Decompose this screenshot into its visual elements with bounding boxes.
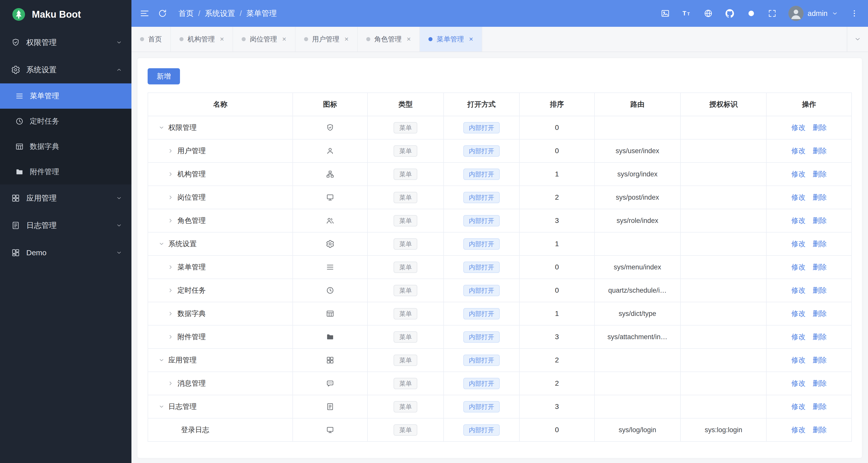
perm-value bbox=[680, 186, 766, 209]
sidebar-item[interactable]: 系统设置 bbox=[0, 56, 131, 84]
avatar bbox=[788, 6, 804, 21]
open-type-tag: 内部打开 bbox=[463, 145, 500, 157]
delete-link[interactable]: 删除 bbox=[813, 403, 827, 410]
user-menu[interactable]: admin bbox=[788, 6, 838, 21]
tab-status-dot bbox=[242, 37, 246, 41]
sidebar-item[interactable]: Demo bbox=[0, 239, 131, 266]
edit-link[interactable]: 修改 bbox=[792, 310, 806, 317]
route-value bbox=[594, 395, 680, 418]
fullscreen-icon[interactable] bbox=[768, 9, 777, 18]
open-type-tag: 内部打开 bbox=[463, 238, 500, 250]
collapse-sidebar-icon[interactable] bbox=[140, 8, 150, 19]
more-options-icon[interactable] bbox=[850, 9, 859, 18]
sidebar-item[interactable]: 权限管理 bbox=[0, 29, 131, 56]
tab-item[interactable]: 首页 bbox=[131, 27, 171, 52]
delete-link[interactable]: 删除 bbox=[813, 240, 827, 248]
edit-link[interactable]: 修改 bbox=[792, 124, 806, 131]
breadcrumb-item[interactable]: 首页 bbox=[179, 8, 194, 19]
delete-link[interactable]: 删除 bbox=[813, 263, 827, 271]
tab-close-icon[interactable]: × bbox=[407, 36, 411, 43]
row-expand-chevron-icon[interactable] bbox=[167, 217, 174, 224]
tab-actions-dropdown[interactable] bbox=[847, 27, 868, 52]
breadcrumb-item[interactable]: 菜单管理 bbox=[246, 8, 277, 19]
font-size-icon[interactable]: TT bbox=[682, 8, 692, 19]
column-header: 排序 bbox=[520, 93, 594, 116]
delete-link[interactable]: 删除 bbox=[813, 170, 827, 178]
sidebar-subitem[interactable]: 数据字典 bbox=[0, 134, 131, 159]
row-expand-chevron-icon[interactable] bbox=[167, 287, 174, 294]
delete-link[interactable]: 删除 bbox=[813, 124, 827, 131]
row-expand-chevron-icon[interactable] bbox=[167, 334, 174, 340]
delete-link[interactable]: 删除 bbox=[813, 379, 827, 387]
breadcrumb-item[interactable]: 系统设置 bbox=[205, 8, 235, 19]
delete-link[interactable]: 删除 bbox=[813, 217, 827, 224]
row-expand-chevron-icon[interactable] bbox=[167, 264, 174, 270]
edit-link[interactable]: 修改 bbox=[792, 286, 806, 294]
delete-link[interactable]: 删除 bbox=[813, 356, 827, 364]
edit-link[interactable]: 修改 bbox=[792, 193, 806, 201]
tab-item[interactable]: 菜单管理× bbox=[420, 27, 482, 52]
sort-value: 1 bbox=[520, 162, 594, 186]
tab-item[interactable]: 机构管理× bbox=[171, 27, 233, 52]
sidebar-subitem-label: 附件管理 bbox=[30, 167, 122, 177]
add-button[interactable]: 新增 bbox=[148, 68, 180, 84]
edit-link[interactable]: 修改 bbox=[792, 217, 806, 224]
github-icon[interactable] bbox=[725, 8, 735, 19]
menu-name: 消息管理 bbox=[178, 379, 206, 388]
watermark-image-icon[interactable] bbox=[660, 9, 670, 18]
row-collapse-chevron-icon[interactable] bbox=[158, 124, 165, 131]
tab-item[interactable]: 岗位管理× bbox=[233, 27, 295, 52]
row-expand-chevron-icon[interactable] bbox=[167, 194, 174, 201]
row-expand-chevron-icon[interactable] bbox=[167, 310, 174, 317]
edit-link[interactable]: 修改 bbox=[792, 356, 806, 364]
tab-close-icon[interactable]: × bbox=[220, 36, 224, 43]
sidebar-subitem[interactable]: 菜单管理 bbox=[0, 84, 131, 109]
edit-link[interactable]: 修改 bbox=[792, 426, 806, 434]
edit-link[interactable]: 修改 bbox=[792, 240, 806, 248]
svg-text:T: T bbox=[682, 10, 686, 17]
delete-link[interactable]: 删除 bbox=[813, 286, 827, 294]
delete-link[interactable]: 删除 bbox=[813, 310, 827, 317]
type-tag: 菜单 bbox=[394, 238, 417, 250]
row-expand-chevron-icon[interactable] bbox=[167, 171, 174, 177]
row-collapse-chevron-icon[interactable] bbox=[158, 403, 165, 410]
delete-link[interactable]: 删除 bbox=[813, 426, 827, 434]
sidebar-item[interactable]: 应用管理 bbox=[0, 185, 131, 212]
dark-mode-icon[interactable] bbox=[746, 9, 756, 18]
column-header: 类型 bbox=[368, 93, 443, 116]
tab-item[interactable]: 角色管理× bbox=[358, 27, 420, 52]
sidebar-subitem-label: 数据字典 bbox=[30, 142, 122, 152]
tab-close-icon[interactable]: × bbox=[469, 36, 473, 43]
perm-value bbox=[680, 255, 766, 279]
edit-link[interactable]: 修改 bbox=[792, 333, 806, 341]
edit-link[interactable]: 修改 bbox=[792, 147, 806, 155]
delete-link[interactable]: 删除 bbox=[813, 147, 827, 155]
sidebar-subitem[interactable]: 定时任务 bbox=[0, 109, 131, 134]
sidebar-item-label: 日志管理 bbox=[26, 220, 110, 231]
route-value bbox=[594, 116, 680, 139]
menu-name: 岗位管理 bbox=[178, 193, 206, 202]
row-collapse-chevron-icon[interactable] bbox=[158, 357, 165, 363]
tab-item[interactable]: 用户管理× bbox=[296, 27, 358, 52]
edit-link[interactable]: 修改 bbox=[792, 379, 806, 387]
app-logo[interactable]: Maku Boot bbox=[0, 0, 131, 29]
sidebar-item[interactable]: 日志管理 bbox=[0, 212, 131, 239]
delete-link[interactable]: 删除 bbox=[813, 333, 827, 341]
language-globe-icon[interactable] bbox=[704, 9, 713, 18]
edit-link[interactable]: 修改 bbox=[792, 170, 806, 178]
tab-close-icon[interactable]: × bbox=[282, 36, 286, 43]
edit-link[interactable]: 修改 bbox=[792, 263, 806, 271]
perm-value bbox=[680, 232, 766, 255]
refresh-icon[interactable] bbox=[158, 9, 167, 18]
row-expand-chevron-icon[interactable] bbox=[167, 380, 174, 387]
row-expand-chevron-icon[interactable] bbox=[167, 148, 174, 154]
shield-icon bbox=[326, 123, 334, 132]
row-collapse-chevron-icon[interactable] bbox=[158, 241, 165, 247]
sidebar-subitem[interactable]: 附件管理 bbox=[0, 159, 131, 185]
delete-link[interactable]: 删除 bbox=[813, 193, 827, 201]
route-value bbox=[594, 232, 680, 255]
column-header: 图标 bbox=[293, 93, 368, 116]
edit-link[interactable]: 修改 bbox=[792, 403, 806, 410]
logo-tree-icon bbox=[11, 7, 26, 22]
tab-close-icon[interactable]: × bbox=[344, 36, 348, 43]
